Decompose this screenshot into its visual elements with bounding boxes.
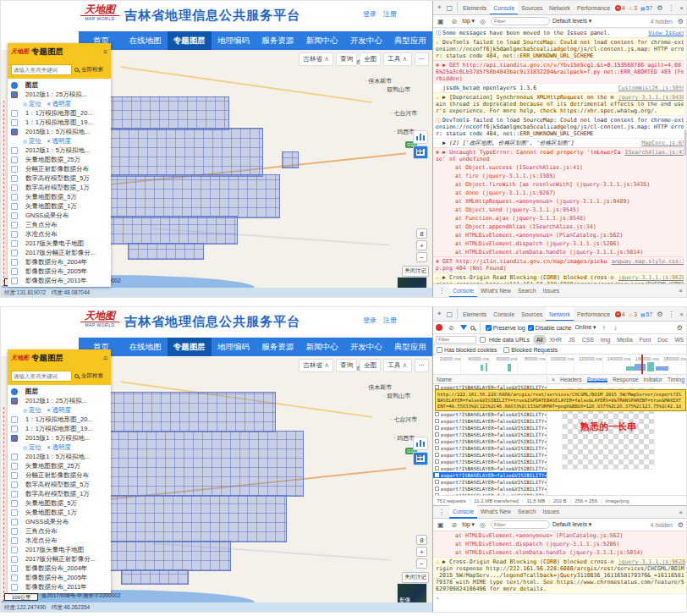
layer-checkbox[interactable] [11,435,18,442]
layer-checkbox[interactable] [11,528,18,535]
layer-list-item[interactable]: 1：1万模拟地形图_20... [8,415,111,424]
map-toolbar-item[interactable]: 工具 ∧ [383,359,411,372]
console-message[interactable]: jquery-3.1.1.js:9620 ▶ Cross-Origin Read… [433,557,687,593]
layer-list-item[interactable]: 数字高程模型数据_5万 [8,173,111,183]
source-link[interactable]: jquery-3.1.1.js:9620 [618,274,685,281]
layer-list-item[interactable]: 影像数据分布_2005年 [8,267,111,276]
nav-item[interactable]: 服务资源 [256,31,300,50]
layer-checkbox[interactable] [11,472,18,479]
layer-list-item[interactable]: 影像数据分布_2005年 [8,573,111,582]
inspect-icon[interactable]: ⌖ [435,3,444,12]
nav-item[interactable]: 服务资源 [256,338,300,356]
devtools-tab[interactable]: Network [546,307,574,322]
warning-badge[interactable]: ⚠3 [627,311,639,317]
settings-icon[interactable]: ⚙ [654,4,665,12]
nav-item[interactable]: 地理编码 [212,338,256,356]
devtools-tab[interactable]: Network [546,1,574,15]
close-devtools-icon[interactable]: × [677,4,686,12]
request-row[interactable]: export?ISBASELAYER=false&VISIBILITY=tru [433,432,547,438]
filter-pill[interactable]: Media [613,335,636,344]
warning-badge[interactable]: ⚠3 [627,5,639,11]
layer-list-item[interactable]: 分幅正射影像数据分布 [8,164,111,173]
request-checkbox[interactable] [435,487,439,491]
request-checkbox[interactable] [435,446,439,450]
drawer-tab[interactable]: Console [449,284,477,298]
layer-list-item[interactable]: 2012版1：5万模拟地... [8,452,111,461]
filter-pill[interactable]: All [533,335,547,344]
layer-list-item[interactable]: 2015版1：5万模拟地... [8,433,111,443]
register-link[interactable]: 注册 [383,316,397,325]
issues-badge[interactable]: ▤57 [639,311,654,317]
close-drawer-icon[interactable]: × [676,287,685,294]
nav-item[interactable]: 开发中心 [344,338,388,356]
layer-checkbox[interactable] [11,212,18,219]
devtools-tab[interactable]: Sources [518,1,546,15]
detail-tab[interactable]: Preview [587,377,607,382]
layer-list-item[interactable]: 影像数据分布_2011年 [8,276,111,285]
detail-tab[interactable]: Initiator [643,377,662,382]
layer-list-item[interactable]: 定位 透明度 [8,443,111,452]
nav-item[interactable]: 在线地图 [123,31,167,50]
console-message[interactable]: at HTMLDivElement.dispatch (jquery-3.1.1… [433,540,687,548]
nav-item[interactable]: 在线地图 [123,338,167,356]
console-message[interactable]: at HTMLDivElement.<anonymous> (PlanCatal… [433,231,687,239]
layer-opacity-button[interactable]: 透明度 [47,443,71,452]
console-message[interactable]: jquery-3.1.1.js:9430 ▶ [Deprecation] Syn… [433,92,687,115]
layer-list-item[interactable]: 数字高程模型数据_5万 [8,480,111,489]
layer-checkbox[interactable] [11,194,18,201]
source-link[interactable]: View Issues [648,30,685,36]
layer-list-item[interactable]: 矢量地图数据_1万 [8,201,111,211]
request-row[interactable]: export?ISBASELAYER=false&VISIBILITY=tru [433,425,547,432]
inspect-icon[interactable]: ⌖ [435,310,444,318]
request-row[interactable]: export?ISBASELAYER=false&VISIBILITY=tru [433,459,547,465]
zoom-out-button[interactable]: − [416,558,427,569]
zoom-out-button[interactable]: − [416,252,427,262]
layer-checkbox[interactable] [11,426,18,432]
register-link[interactable]: 注册 [383,9,397,19]
request-checkbox[interactable] [435,432,439,437]
layer-list-item[interactable]: 水准点分布 [8,536,111,545]
source-link[interactable]: ISearchAlias.js:43 [625,149,685,156]
nav-item[interactable]: 典型应用 [388,338,432,356]
settings-icon[interactable]: ⚙ [654,311,665,318]
layer-list-item[interactable]: 2015版1：5万模拟地... [8,127,111,136]
layer-list-item[interactable]: 1：1万模拟地形图_19... [8,424,111,433]
filter-pill[interactable]: JS [565,335,579,344]
layer-list-item[interactable]: 图层 [8,80,111,90]
import-har-icon[interactable]: ↑ [600,324,608,332]
nav-item[interactable]: 地理编码 [212,31,256,50]
layer-checkbox[interactable] [11,575,18,581]
request-checkbox[interactable] [435,439,439,443]
console-message[interactable]: ▶ GET http://api.tianditu.gov.cn/v/Ybv15… [433,60,687,83]
layer-locate-button[interactable]: 定位 [23,137,41,146]
close-drawer-icon[interactable]: × [676,509,685,516]
request-row[interactable]: export?ISBASELAYER=false&VISIBILITY=tru [433,411,547,418]
console-message[interactable]: at HTMLDivElement.dispatch (jquery-3.1.1… [433,239,687,248]
console-message[interactable]: at Object.appendAlias (ISearchAlias.js:3… [433,223,687,231]
console-message[interactable]: at fire (jquery-3.1.1.js:3305) [433,172,687,180]
detail-tab[interactable]: Headers [560,377,582,382]
console-message[interactable]: ISearchAlias.js:43 ▶ Uncaught TypeError:… [433,147,687,163]
context-selector[interactable]: top ▾ [462,521,475,528]
more-menu-icon[interactable]: ⋮ [665,311,677,318]
layer-checkbox[interactable] [11,91,18,98]
layer-list-item[interactable]: 分幅正射影像数据分布 [8,470,111,480]
network-search-icon[interactable] [470,326,475,330]
drawer-menu-icon[interactable]: ⋮ [436,509,448,516]
layer-checkbox[interactable] [11,129,18,135]
device-toolbar-icon[interactable]: ▢ [444,311,456,318]
filter-pill[interactable]: XHR [547,335,565,344]
layer-checkbox[interactable] [11,481,18,488]
console-message[interactable]: DevTools failed to load SourceMap: Could… [433,115,687,138]
table-button[interactable] [413,452,428,465]
source-link[interactable]: MapCore.js:65 [641,140,685,146]
layer-checkbox[interactable] [11,268,18,275]
context-selector[interactable]: top ▾ [462,18,475,25]
close-devtools-icon[interactable]: × [677,311,686,318]
layer-checkbox[interactable] [11,278,18,284]
console-message[interactable]: CustomWist2K.js:3059 jssdk_beta@ openlay… [433,83,687,92]
layer-list-item[interactable]: 2017版分幅正射影像分... [8,554,111,564]
layer-list-item[interactable]: 矢量地图数据_25万 [8,155,111,164]
layer-opacity-button[interactable]: 透明度 [47,406,71,415]
name-column-header[interactable]: Name [433,377,547,382]
